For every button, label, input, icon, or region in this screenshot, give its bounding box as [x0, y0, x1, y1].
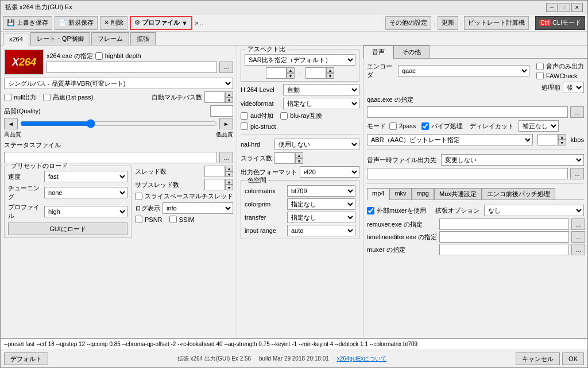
sar2-down-btn[interactable]: ▼: [326, 73, 334, 79]
speed-select[interactable]: fast: [44, 171, 127, 182]
multipass-down-btn[interactable]: ▼: [225, 97, 233, 103]
high-speed-checkbox[interactable]: [43, 94, 51, 101]
h264-level-select[interactable]: 自動: [283, 84, 359, 95]
save-button[interactable]: 💾 上書き保存: [3, 16, 52, 30]
tab-x264[interactable]: x264: [3, 33, 29, 45]
sar2-up-btn[interactable]: ▲: [326, 67, 334, 73]
output-format-select[interactable]: i420: [300, 166, 359, 178]
colormatrix-select[interactable]: bt709: [287, 185, 355, 197]
tab-mpg[interactable]: mpg: [412, 188, 434, 200]
abr-down-btn[interactable]: ▼: [558, 140, 566, 145]
subthread-down-btn[interactable]: ▼: [225, 185, 233, 190]
profile-select[interactable]: high: [44, 206, 127, 217]
slice-up-btn[interactable]: ▲: [295, 152, 303, 158]
sar-val2-input[interactable]: 0: [305, 67, 326, 79]
about-link[interactable]: x264guiExについて: [337, 355, 387, 362]
default-btn[interactable]: デフォルト: [4, 352, 48, 365]
tab-mp4[interactable]: mp4: [367, 188, 389, 200]
tab-rate-qp[interactable]: レート・QP制御: [30, 32, 90, 45]
minimize-btn[interactable]: ─: [546, 3, 558, 12]
tab-audio[interactable]: 音声: [363, 45, 393, 59]
videoformat-select[interactable]: 指定なし: [283, 98, 359, 109]
slice-down-btn[interactable]: ▼: [295, 158, 303, 164]
process-order-select[interactable]: 後: [563, 82, 584, 93]
audio-temp-path-input[interactable]: [367, 168, 568, 179]
bitrate-calc-btn[interactable]: ビットレート計算機: [464, 16, 529, 30]
cancel-btn[interactable]: キャンセル: [516, 352, 560, 365]
tab-enhance[interactable]: 拡張: [130, 32, 156, 45]
thread-input[interactable]: 0: [204, 166, 225, 177]
bluray-checkbox[interactable]: [280, 112, 288, 120]
remuxer-browse-btn[interactable]: …: [571, 218, 585, 230]
psnr-checkbox[interactable]: [135, 216, 142, 223]
delay-cut-select[interactable]: 補正なし: [519, 120, 559, 132]
gui-load-btn[interactable]: GUIにロード: [8, 223, 127, 235]
pic-struct-checkbox[interactable]: [241, 122, 248, 130]
transfer-select[interactable]: 指定なし: [287, 212, 355, 223]
tab-mkv[interactable]: mkv: [389, 188, 411, 200]
audio-only-checkbox[interactable]: [536, 63, 544, 70]
timeline-browse-btn[interactable]: …: [571, 231, 585, 243]
cli-mode-btn[interactable]: Ctrl CLIモード: [535, 16, 585, 30]
ok-btn[interactable]: OK: [562, 352, 584, 365]
quality-right-btn[interactable]: ►: [219, 118, 233, 129]
abr-up-btn[interactable]: ▲: [558, 134, 566, 140]
external-muxer-checkbox[interactable]: [367, 207, 374, 214]
muxer-path-input[interactable]: ¥exe_files¥muxer.exe: [439, 244, 569, 255]
sar1-up-btn[interactable]: ▲: [287, 67, 295, 73]
tuning-select[interactable]: none: [44, 187, 127, 198]
twopass-checkbox[interactable]: [389, 122, 397, 130]
qaac-browse-btn[interactable]: …: [570, 106, 584, 118]
sar-select[interactable]: SAR比を指定（デフォルト）: [245, 54, 355, 66]
nal-hrd-select[interactable]: 使用しない: [274, 139, 359, 150]
status-file-browse-btn[interactable]: …: [219, 152, 233, 163]
encoder-select[interactable]: qaac: [398, 65, 529, 76]
abr-select[interactable]: ABR（AAC）ビットレート指定: [367, 134, 533, 145]
audio-temp-browse-btn[interactable]: …: [570, 168, 584, 179]
muxer-browse-btn[interactable]: …: [571, 244, 585, 255]
highbit-depth-checkbox[interactable]: [95, 52, 103, 60]
pipe-proc-checkbox[interactable]: [421, 122, 429, 130]
close-btn[interactable]: ✕: [571, 3, 583, 12]
tab-frame[interactable]: フレーム: [91, 32, 129, 45]
ssim-checkbox[interactable]: [169, 216, 177, 223]
tab-other[interactable]: その他: [393, 45, 430, 58]
muxer-grid: remuxer.exe の指定 ¥exe_files¥remuxer.exe ……: [367, 218, 584, 255]
exe-path-input[interactable]: ¥exe_files¥x264_2851_x64.exe: [47, 62, 217, 73]
quality-slider[interactable]: [20, 119, 217, 128]
thread-down-btn[interactable]: ▼: [225, 171, 233, 177]
mode-select[interactable]: シングルパス - 品質基準VBR(可変レート): [4, 78, 233, 89]
other-settings-btn[interactable]: その他の設定: [385, 16, 431, 30]
tab-batch-proc[interactable]: エンコ前後バッチ処理: [482, 188, 555, 200]
audio-temp-select[interactable]: 変更しない: [441, 154, 584, 166]
slice-input[interactable]: 0: [274, 152, 295, 164]
sar-val1-input[interactable]: 0: [266, 67, 287, 79]
remuxer-path-input[interactable]: ¥exe_files¥remuxer.exe: [439, 218, 569, 230]
input-range-select[interactable]: auto: [287, 225, 355, 236]
log-select[interactable]: info: [163, 202, 233, 214]
ext-option-select[interactable]: なし: [484, 205, 584, 216]
abr-input[interactable]: 256: [537, 134, 558, 145]
quality-left-btn[interactable]: ◄: [4, 118, 18, 129]
multipass-up-btn[interactable]: ▲: [225, 91, 233, 97]
profile-button[interactable]: ⚙ プロファイル ▼: [130, 16, 192, 30]
tab-mux-common[interactable]: Mux共通設定: [434, 188, 482, 200]
qaac-path-input[interactable]: ¥exe_files¥qaac.exe: [367, 106, 568, 118]
exe-browse-btn[interactable]: …: [219, 62, 233, 73]
quality-value-input[interactable]: 18: [210, 105, 233, 117]
colorprim-select[interactable]: 指定なし: [287, 198, 355, 210]
null-output-checkbox[interactable]: [4, 94, 11, 101]
maximize-btn[interactable]: □: [559, 3, 570, 12]
delete-button[interactable]: ✕ 削除: [100, 16, 127, 30]
subthread-up-btn[interactable]: ▲: [225, 179, 233, 185]
aud-checkbox[interactable]: [241, 112, 248, 120]
faw-check-checkbox[interactable]: [536, 72, 544, 79]
thread-up-btn[interactable]: ▲: [225, 166, 233, 171]
new-save-button[interactable]: 📄 新規保存: [55, 16, 98, 30]
update-btn[interactable]: 更新: [438, 16, 458, 30]
auto-multipass-input[interactable]: 2: [204, 91, 225, 103]
timeline-path-input[interactable]: ¥exe_files¥timelineeditor.exe: [439, 231, 569, 243]
sar1-down-btn[interactable]: ▼: [287, 73, 295, 79]
slice-multithread-checkbox[interactable]: [135, 193, 142, 200]
subthread-input[interactable]: 0: [204, 179, 225, 190]
